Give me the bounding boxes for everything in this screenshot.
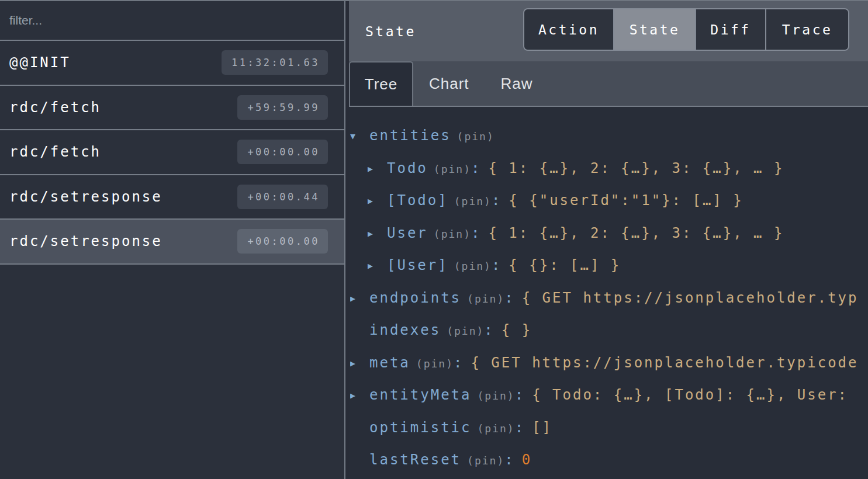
subtab-bar: Tree Chart Raw — [349, 61, 868, 107]
tree-preview: { } — [502, 322, 532, 338]
action-list-item[interactable]: rdc/setresponse +00:00.00 — [0, 220, 344, 265]
tree-colon: : — [454, 355, 464, 371]
tree-colon: : — [471, 160, 481, 176]
tree-key[interactable]: optimistic — [369, 419, 472, 436]
tree-colon: : — [492, 257, 502, 273]
action-list-item[interactable]: rdc/fetch +59:59.99 — [0, 86, 344, 131]
tree-preview: { GET https://jsonplaceholder.typicode — [471, 355, 858, 371]
pin-link[interactable]: (pin) — [457, 130, 494, 143]
action-inspector-panel: @@INIT 11:32:01.63 rdc/fetch +59:59.99 r… — [0, 1, 345, 479]
tree-row: ▶entityMeta(pin):{ Todo: {…}, [Todo]: {…… — [350, 379, 868, 412]
tree-preview: { {"userId":"1"}: […] } — [509, 192, 743, 209]
tree-preview: [] — [532, 419, 552, 436]
tree-preview: { {}: […] } — [509, 257, 621, 273]
pin-link[interactable]: (pin) — [454, 195, 492, 207]
pin-link[interactable]: (pin) — [467, 293, 504, 305]
state-inspector-panel: State Action State Diff Trace Tree Chart… — [349, 1, 868, 479]
expander-icon[interactable]: ▶ — [368, 250, 387, 282]
expander-icon[interactable]: ▶ — [368, 153, 387, 185]
tree-row: ▶[Todo](pin):{ {"userId":"1"}: […] } — [350, 185, 868, 217]
subtab-label: Chart — [429, 75, 469, 93]
tree-colon: : — [515, 387, 525, 403]
tree-colon: : — [484, 322, 494, 338]
action-time-badge: +59:59.99 — [237, 95, 328, 120]
action-name: @@INIT — [9, 54, 71, 71]
filter-row — [0, 1, 344, 41]
pin-link[interactable]: (pin) — [434, 228, 471, 240]
tab-state[interactable]: State — [614, 9, 696, 50]
action-name: rdc/fetch — [9, 99, 101, 116]
inspector-header: State Action State Diff Trace — [349, 1, 868, 61]
tree-preview: { 1: {…}, 2: {…}, 3: {…}, … } — [488, 160, 784, 176]
redux-devtools: @@INIT 11:32:01.63 rdc/fetch +59:59.99 r… — [0, 0, 868, 479]
state-tree: ▼entities(pin)▶Todo(pin):{ 1: {…}, 2: {…… — [349, 107, 868, 479]
tree-key[interactable]: [User] — [387, 257, 448, 273]
tree-row: ▶[User](pin):{ {}: […] } — [350, 249, 868, 282]
tree-preview: { GET https://jsonplaceholder.typ — [522, 290, 859, 306]
pin-link[interactable]: (pin) — [478, 422, 515, 435]
tree-key[interactable]: Todo — [387, 160, 428, 176]
tree-key[interactable]: [Todo] — [387, 192, 448, 209]
tab-action[interactable]: Action — [524, 9, 614, 50]
action-list-item[interactable]: @@INIT 11:32:01.63 — [0, 41, 344, 86]
expander-icon[interactable]: ▶ — [350, 283, 369, 315]
expander-icon[interactable]: ▼ — [350, 120, 369, 152]
subtab-raw[interactable]: Raw — [485, 61, 549, 106]
tab-label: Diff — [710, 22, 751, 37]
tree-key[interactable]: endpoints — [369, 290, 461, 306]
action-name: rdc/setresponse — [9, 233, 162, 249]
tab-label: Action — [538, 22, 599, 37]
expander-icon[interactable]: ▶ — [368, 218, 387, 250]
action-name: rdc/setresponse — [9, 189, 162, 205]
tab-diff[interactable]: Diff — [696, 9, 766, 50]
pin-link[interactable]: (pin) — [434, 163, 471, 175]
tree-colon: : — [504, 290, 514, 306]
tree-key[interactable]: indexes — [369, 322, 441, 338]
tree-row: indexes(pin):{ } — [350, 314, 868, 347]
expander-icon[interactable]: ▶ — [350, 348, 369, 380]
tab-trace[interactable]: Trace — [766, 9, 848, 50]
pin-link[interactable]: (pin) — [467, 454, 504, 467]
action-time-badge: +00:00.00 — [237, 140, 328, 164]
pin-link[interactable]: (pin) — [478, 390, 515, 402]
tab-label: State — [630, 22, 680, 37]
subtab-tree[interactable]: Tree — [349, 61, 413, 106]
tree-colon: : — [492, 192, 502, 209]
tree-colon: : — [504, 452, 514, 468]
tree-preview: { Todo: {…}, [Todo]: {…}, User: — [532, 387, 848, 403]
tree-row: ▶Todo(pin):{ 1: {…}, 2: {…}, 3: {…}, … } — [350, 152, 868, 185]
filter-input[interactable] — [9, 13, 335, 27]
tree-row: ▶endpoints(pin):{ GET https://jsonplaceh… — [350, 282, 868, 315]
tree-preview: 0 — [522, 452, 532, 468]
action-time-badge: +00:00.00 — [237, 229, 328, 254]
subtab-label: Raw — [501, 75, 533, 93]
view-tab-group: Action State Diff Trace — [523, 8, 849, 51]
subtab-label: Tree — [365, 75, 398, 93]
expander-icon[interactable]: ▶ — [368, 185, 387, 217]
action-time-badge: 11:32:01.63 — [222, 50, 328, 75]
action-list: @@INIT 11:32:01.63 rdc/fetch +59:59.99 r… — [0, 41, 344, 265]
pin-link[interactable]: (pin) — [454, 260, 492, 272]
tree-key[interactable]: lastReset — [369, 452, 461, 468]
tree-key[interactable]: entities — [369, 127, 451, 144]
pin-link[interactable]: (pin) — [447, 325, 484, 337]
pin-link[interactable]: (pin) — [416, 357, 454, 370]
tab-label: Trace — [782, 22, 833, 37]
tree-row: ▶User(pin):{ 1: {…}, 2: {…}, 3: {…}, … } — [350, 217, 868, 250]
tree-preview: { 1: {…}, 2: {…}, 3: {…}, … } — [488, 225, 784, 241]
action-name: rdc/fetch — [9, 144, 101, 160]
action-list-item[interactable]: rdc/fetch +00:00.00 — [0, 130, 344, 175]
tree-key[interactable]: meta — [369, 355, 410, 371]
action-list-item[interactable]: rdc/setresponse +00:00.44 — [0, 175, 344, 220]
subtab-chart[interactable]: Chart — [413, 61, 485, 106]
tree-key[interactable]: User — [387, 225, 428, 241]
expander-icon[interactable]: ▶ — [350, 380, 369, 412]
tree-row: ▼entities(pin) — [350, 120, 868, 152]
tree-colon: : — [471, 225, 481, 241]
tree-row: optimistic(pin):[] — [350, 412, 868, 445]
tree-key[interactable]: entityMeta — [369, 387, 472, 403]
tree-colon: : — [515, 419, 525, 436]
tree-row: lastReset(pin):0 — [350, 444, 868, 477]
action-time-badge: +00:00.44 — [237, 185, 328, 209]
page-title: State — [365, 24, 416, 39]
